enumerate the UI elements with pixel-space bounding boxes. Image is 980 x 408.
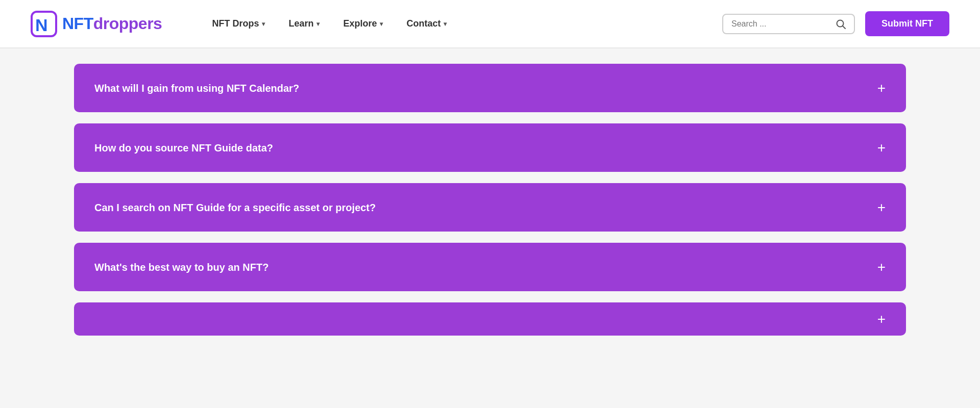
search-input[interactable] xyxy=(731,19,830,29)
expand-icon: + xyxy=(877,81,886,95)
header-right: Submit NFT xyxy=(722,11,949,36)
svg-line-3 xyxy=(843,26,845,29)
chevron-down-icon: ▾ xyxy=(262,20,265,28)
search-icon xyxy=(836,19,846,29)
expand-icon: + xyxy=(877,200,886,215)
logo-icon: N xyxy=(31,11,57,37)
nav-item-contact[interactable]: Contact ▾ xyxy=(397,14,456,33)
chevron-down-icon: ▾ xyxy=(316,20,320,28)
main-content: What will I gain from using NFT Calendar… xyxy=(0,48,980,356)
search-button[interactable] xyxy=(836,19,846,29)
faq-question: How do you source NFT Guide data? xyxy=(94,141,273,155)
nav-item-nft-drops[interactable]: NFT Drops ▾ xyxy=(203,14,274,33)
nav-item-learn[interactable]: Learn ▾ xyxy=(279,14,329,33)
svg-text:N: N xyxy=(35,15,48,35)
faq-list: What will I gain from using NFT Calendar… xyxy=(74,64,906,336)
main-nav: NFT Drops ▾ Learn ▾ Explore ▾ Contact ▾ xyxy=(203,14,722,33)
faq-item[interactable]: What will I gain from using NFT Calendar… xyxy=(74,64,906,112)
faq-question: What will I gain from using NFT Calendar… xyxy=(94,81,299,95)
chevron-down-icon: ▾ xyxy=(380,20,383,28)
faq-question: What's the best way to buy an NFT? xyxy=(94,260,268,274)
faq-question: Can I search on NFT Guide for a specific… xyxy=(94,200,376,215)
logo[interactable]: N NFTdroppers xyxy=(31,11,162,37)
submit-nft-button[interactable]: Submit NFT xyxy=(865,11,949,36)
expand-icon: + xyxy=(877,312,886,326)
faq-item[interactable]: What's the best way to buy an NFT? + xyxy=(74,243,906,291)
faq-item[interactable]: How do you source NFT Guide data? + xyxy=(74,123,906,172)
expand-icon: + xyxy=(877,260,886,274)
faq-item[interactable]: + xyxy=(74,302,906,336)
faq-item[interactable]: Can I search on NFT Guide for a specific… xyxy=(74,183,906,232)
chevron-down-icon: ▾ xyxy=(444,20,447,28)
search-box xyxy=(722,14,855,34)
header: N NFTdroppers NFT Drops ▾ Learn ▾ Explor… xyxy=(0,0,980,48)
nav-item-explore[interactable]: Explore ▾ xyxy=(334,14,392,33)
expand-icon: + xyxy=(877,141,886,155)
logo-text: NFTdroppers xyxy=(62,14,162,33)
